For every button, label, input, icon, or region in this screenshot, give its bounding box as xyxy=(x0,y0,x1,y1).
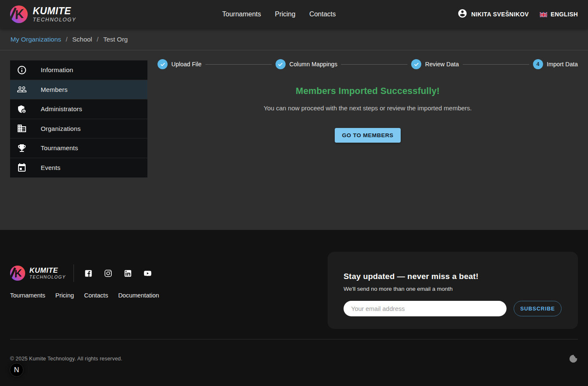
footer-link-pricing[interactable]: Pricing xyxy=(55,292,74,299)
step-upload-file: Upload File xyxy=(158,59,202,69)
social-links xyxy=(84,269,152,278)
nav-pricing[interactable]: Pricing xyxy=(275,10,296,18)
sidebar-item-label: Administrators xyxy=(41,105,82,112)
nav-tournaments[interactable]: Tournaments xyxy=(222,10,261,18)
language-selector[interactable]: ENGLISH xyxy=(540,11,578,18)
user-menu[interactable]: NIKITA SVEŠNIKOV xyxy=(457,8,529,20)
step-connector xyxy=(341,64,407,65)
import-wizard: Upload File Column Mappings Review Data … xyxy=(158,60,578,143)
subscribe-button[interactable]: SUBSCRIBE xyxy=(514,301,562,316)
footer-divider xyxy=(10,339,578,339)
footer-links: Tournaments Pricing Contacts Documentati… xyxy=(10,292,159,299)
app-header: K KUMITE TECHNOLOGY Tournaments Pricing … xyxy=(0,0,588,29)
admin-shield-icon xyxy=(17,104,27,114)
page-footer: K KUMITE TECHNOLOGY xyxy=(0,230,588,386)
newsletter-card: Stay updated — never miss a beat! We'll … xyxy=(328,252,578,329)
content-area: Information Members Administrators Organ… xyxy=(0,50,588,230)
instagram-icon[interactable] xyxy=(104,269,113,278)
footer-brand-name: KUMITE xyxy=(29,267,66,275)
sidebar-item-label: Members xyxy=(41,86,68,93)
kumite-logo-icon[interactable]: K xyxy=(10,266,25,281)
footer-brand-subtitle: TECHNOLOGY xyxy=(29,274,66,279)
success-subtitle: You can now proceed with the next steps … xyxy=(158,104,578,112)
linkedin-icon[interactable] xyxy=(123,269,132,278)
breadcrumb-separator: / xyxy=(97,36,98,43)
info-icon xyxy=(17,65,27,75)
trophy-icon xyxy=(17,143,27,153)
email-input[interactable] xyxy=(344,301,507,316)
step-column-mappings: Column Mappings xyxy=(276,59,337,69)
step-connector xyxy=(205,64,272,65)
step-review-data: Review Data xyxy=(411,59,459,69)
breadcrumb-school: School xyxy=(72,36,92,43)
breadcrumb-separator: / xyxy=(66,36,68,43)
footer-link-contacts[interactable]: Contacts xyxy=(84,292,108,299)
sidebar-item-events[interactable]: Events xyxy=(10,158,147,178)
step-import-data: 4 Import Data xyxy=(533,59,578,69)
sidebar-item-tournaments[interactable]: Tournaments xyxy=(10,138,147,158)
sidebar-item-administrators[interactable]: Administrators xyxy=(10,99,147,119)
sidebar-item-label: Organizations xyxy=(41,125,81,132)
sidebar-item-organizations[interactable]: Organizations xyxy=(10,119,147,139)
user-name: NIKITA SVEŠNIKOV xyxy=(471,11,529,18)
brand-name: KUMITE xyxy=(33,6,76,16)
vertical-divider xyxy=(74,264,74,282)
step-completed-check-icon xyxy=(411,59,421,69)
calendar-icon xyxy=(17,163,27,173)
facebook-icon[interactable] xyxy=(84,269,93,278)
newsletter-subtitle: We'll send no more than one email a mont… xyxy=(344,286,562,292)
brand-logo[interactable]: K KUMITE TECHNOLOGY xyxy=(10,5,76,23)
org-sidebar: Information Members Administrators Organ… xyxy=(10,60,147,177)
step-completed-check-icon xyxy=(158,59,168,69)
cookie-settings-icon[interactable] xyxy=(569,354,578,363)
nav-contacts[interactable]: Contacts xyxy=(309,10,336,18)
sidebar-item-label: Tournaments xyxy=(41,144,78,151)
breadcrumb-my-organizations[interactable]: My Organizations xyxy=(10,36,61,43)
youtube-icon[interactable] xyxy=(143,269,152,278)
kumite-logo-icon: K xyxy=(10,5,28,23)
sidebar-item-label: Events xyxy=(41,164,60,171)
members-icon xyxy=(17,84,27,94)
sidebar-item-members[interactable]: Members xyxy=(10,80,147,100)
copyright-text: © 2025 Kumite Technology. All rights res… xyxy=(10,356,122,362)
brand-subtitle: TECHNOLOGY xyxy=(33,17,76,23)
footer-link-documentation[interactable]: Documentation xyxy=(118,292,159,299)
success-title: Members Imported Successfully! xyxy=(158,86,578,96)
sidebar-item-information[interactable]: Information xyxy=(10,60,147,80)
dev-badge[interactable]: N xyxy=(10,363,24,377)
language-label: ENGLISH xyxy=(551,11,578,18)
main-nav: Tournaments Pricing Contacts xyxy=(222,0,336,29)
sidebar-item-label: Information xyxy=(41,66,73,73)
footer-link-tournaments[interactable]: Tournaments xyxy=(10,292,45,299)
go-to-members-button[interactable]: GO TO MEMBERS xyxy=(335,128,401,143)
building-icon xyxy=(17,123,27,133)
step-connector xyxy=(463,64,529,65)
import-stepper: Upload File Column Mappings Review Data … xyxy=(158,59,578,69)
step-completed-check-icon xyxy=(276,59,286,69)
breadcrumb-test-org: Test Org xyxy=(103,36,128,43)
breadcrumb: My Organizations / School / Test Org xyxy=(0,29,588,50)
step-number-badge: 4 xyxy=(533,59,543,69)
import-success-panel: Members Imported Successfully! You can n… xyxy=(158,86,578,143)
newsletter-title: Stay updated — never miss a beat! xyxy=(344,272,562,281)
uk-flag-icon xyxy=(540,12,547,17)
account-circle-icon xyxy=(457,8,467,20)
